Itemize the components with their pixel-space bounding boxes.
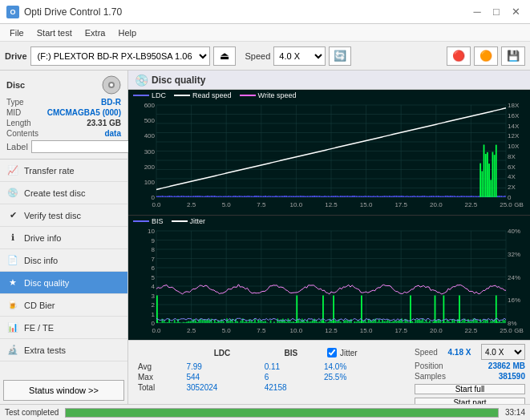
ldc-legend-label: LDC (152, 91, 166, 99)
drive-info-icon: ℹ (6, 232, 19, 244)
position-label: Position (415, 361, 443, 370)
save-button[interactable]: 💾 (501, 46, 525, 66)
nav-create-test-disc-label: Create test disc (24, 188, 85, 198)
menu-start-test[interactable]: Start test (30, 26, 79, 39)
toolbar-btn-1[interactable]: 🔴 (447, 46, 471, 66)
speed-select[interactable]: 4.0 X (273, 46, 326, 66)
max-jitter-value: 25.5% (321, 372, 403, 382)
nav-disc-info[interactable]: 📄 Disc info (0, 249, 127, 272)
stats-footer: LDC BIS Jitter Avg 7.99 0.11 (128, 340, 530, 404)
menu-bar: File Start test Extra Help (0, 24, 530, 42)
transfer-rate-icon: 📈 (6, 164, 19, 177)
speed-stat-label: Speed (415, 348, 438, 357)
status-bar: Test completed 33:14 (0, 404, 530, 420)
disc-icon (102, 75, 121, 95)
read-legend-item: Read speed (174, 91, 232, 99)
disc-length-row: Length 23.31 GB (6, 119, 121, 127)
lower-chart: BIS Jitter (128, 216, 530, 341)
close-button[interactable]: ✕ (508, 4, 524, 20)
eject-button[interactable]: ⏏ (213, 46, 236, 66)
disc-info-icon: 📄 (6, 254, 19, 267)
disc-type-value: BD-R (101, 98, 121, 107)
quality-header: 💿 Disc quality (128, 71, 530, 90)
nav-fe-te[interactable]: 📊 FE / TE (0, 317, 127, 339)
samples-label: Samples (415, 372, 446, 381)
menu-extra[interactable]: Extra (79, 26, 112, 39)
maximize-button[interactable]: □ (488, 4, 504, 20)
upper-chart: LDC Read speed Write speed (128, 90, 530, 216)
max-row-label: Max (135, 372, 183, 382)
disc-panel: Disc Type BD-R MID CMCMAGBA5 (000) Leng (0, 71, 127, 160)
bis-legend-label: BIS (152, 217, 164, 225)
time-text: 33:14 (505, 408, 525, 417)
stats-avg-row: Avg 7.99 0.11 14.0% (135, 361, 403, 372)
stats-header-row: LDC BIS Jitter (135, 344, 403, 361)
quality-title: Disc quality (152, 75, 205, 86)
avg-row-label: Avg (135, 361, 183, 372)
content-area: 💿 Disc quality LDC Read speed (128, 71, 530, 404)
max-ldc-value: 544 (183, 372, 261, 382)
minimize-button[interactable]: ─ (469, 4, 485, 20)
main-area: Disc Type BD-R MID CMCMAGBA5 (000) Leng (0, 71, 530, 404)
drive-select[interactable]: (F:) PLEXTOR BD-R PX-LB950SA 1.06 (30, 46, 210, 66)
samples-row: Samples 381590 (415, 372, 525, 381)
sidebar: Disc Type BD-R MID CMCMAGBA5 (000) Leng (0, 71, 128, 404)
disc-label-input[interactable] (31, 140, 138, 153)
total-bis-value: 42158 (261, 382, 321, 393)
stats-table: LDC BIS Jitter Avg 7.99 0.11 (128, 341, 410, 404)
nav-verify-test-disc-label: Verify test disc (24, 211, 81, 220)
speed-stat-value: 4.18 X (448, 348, 471, 357)
disc-mid-value: CMCMAGBA5 (000) (47, 108, 121, 117)
app-title: Opti Drive Control 1.70 (24, 6, 122, 18)
cd-bier-icon: 🍺 (6, 299, 19, 312)
jitter-checkbox[interactable] (327, 348, 337, 357)
quality-header-icon: 💿 (135, 74, 148, 87)
stats-total-row: Total 3052024 42158 (135, 382, 403, 393)
nav-cd-bier[interactable]: 🍺 CD Bier (0, 294, 127, 317)
nav-drive-info-label: Drive info (24, 233, 61, 243)
verify-test-disc-icon: ✔ (6, 209, 19, 222)
title-bar-left: O Opti Drive Control 1.70 (6, 6, 122, 18)
start-full-button[interactable]: Start full (415, 384, 525, 394)
status-window-button[interactable]: Status window >> (3, 380, 124, 401)
refresh-button[interactable]: 🔄 (329, 46, 351, 66)
nav-disc-info-label: Disc info (24, 256, 58, 265)
speed-stat-select[interactable]: 4.0 X (481, 344, 525, 360)
jitter-legend-label: Jitter (190, 217, 206, 225)
jitter-legend-item: Jitter (172, 217, 206, 225)
disc-quality-icon: ★ (6, 277, 19, 289)
app-icon: O (6, 6, 19, 18)
write-legend-item: Write speed (240, 91, 297, 99)
upper-legend: LDC Read speed Write speed (128, 90, 530, 101)
menu-help[interactable]: Help (111, 26, 143, 39)
disc-header-text: Disc (6, 80, 25, 90)
start-part-button[interactable]: Start part (415, 398, 525, 404)
max-bis-value: 6 (261, 372, 321, 382)
nav-disc-quality[interactable]: ★ Disc quality (0, 272, 127, 294)
window-controls: ─ □ ✕ (469, 4, 524, 20)
nav-drive-info[interactable]: ℹ Drive info (0, 227, 127, 249)
jitter-label: Jitter (340, 349, 358, 357)
avg-jitter-value: 14.0% (321, 361, 403, 372)
nav-transfer-rate[interactable]: 📈 Transfer rate (0, 160, 127, 182)
nav-transfer-rate-label: Transfer rate (24, 166, 75, 176)
position-value: 23862 MB (488, 361, 525, 370)
speed-label: Speed (245, 51, 271, 61)
menu-file[interactable]: File (3, 26, 30, 39)
ldc-col-header: LDC (183, 344, 261, 361)
nav-disc-quality-label: Disc quality (24, 278, 69, 288)
write-legend-color (240, 95, 256, 96)
position-row: Position 23862 MB (415, 361, 525, 370)
nav-create-test-disc[interactable]: 💿 Create test disc (0, 182, 127, 204)
nav-verify-test-disc[interactable]: ✔ Verify test disc (0, 204, 127, 227)
bis-legend-color (133, 220, 149, 222)
disc-label-row: Label ⚙ (6, 139, 121, 154)
avg-ldc-value: 7.99 (183, 361, 261, 372)
extra-tests-icon: 🔬 (6, 344, 19, 357)
toolbar-btn-2[interactable]: 🟠 (474, 46, 498, 66)
nav-extra-tests[interactable]: 🔬 Extra tests (0, 339, 127, 361)
bis-col-header: BIS (261, 344, 321, 361)
drive-label: Drive (5, 51, 27, 61)
write-legend-label: Write speed (258, 91, 297, 99)
upper-chart-canvas (128, 101, 530, 213)
